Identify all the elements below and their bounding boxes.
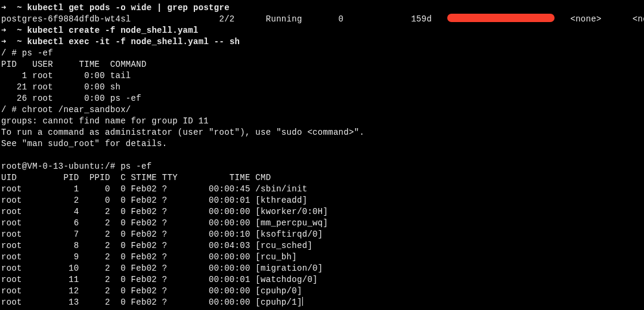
ps-mini-header: PID USER TIME COMMAND <box>1 60 147 69</box>
ps-row: root 7 2 0 Feb02 ? 00:00:10 [ksoftirqd/0… <box>1 230 323 239</box>
terminal-line: See "man sudo_root" for details. <box>1 138 644 150</box>
ps-row: root 11 2 0 Feb02 ? 00:00:01 [watchdog/0… <box>1 275 318 284</box>
terminal-line: root 7 2 0 Feb02 ? 00:00:10 [ksoftirqd/0… <box>1 229 644 240</box>
command: ps -ef <box>22 48 53 58</box>
spacer <box>1 150 7 160</box>
terminal-line: 21 root 0:00 sh <box>1 82 644 93</box>
terminal-output[interactable]: ➜ ~ kubectl get pods -o wide | grep post… <box>1 2 644 308</box>
prompt: ➜ ~ <box>1 3 27 13</box>
terminal-line: root 10 2 0 Feb02 ? 00:00:00 [migration/… <box>1 263 644 274</box>
terminal-line: 1 root 0:00 tail <box>1 70 644 82</box>
pod-row-left: postgres-6f9884dfdb-wt4sl 2/2 Running 0 … <box>1 14 447 24</box>
terminal-line: To run a command as administrator (user … <box>1 127 644 138</box>
shell-prompt: / # <box>1 48 22 58</box>
pod-row-right: <none> <none> <box>555 14 644 24</box>
cursor <box>302 297 303 306</box>
ps-row: root 6 2 0 Feb02 ? 00:00:00 [mm_percpu_w… <box>1 218 328 228</box>
ps-row: root 10 2 0 Feb02 ? 00:00:00 [migration/… <box>1 264 323 273</box>
command: kubectl get pods -o wide | grep postgre <box>27 3 230 13</box>
ps-row: root 12 2 0 Feb02 ? 00:00:00 [cpuhp/0] <box>1 286 302 296</box>
command: chroot /near_sandbox/ <box>22 105 131 114</box>
terminal-line: root@VM-0-13-ubuntu:/# ps -ef <box>1 161 644 172</box>
terminal-line: root 4 2 0 Feb02 ? 00:00:00 [kworker/0:0… <box>1 206 644 218</box>
ps-row: root 4 2 0 Feb02 ? 00:00:00 [kworker/0:0… <box>1 207 328 216</box>
command: kubectl exec -it -f node_shell.yaml -- s… <box>27 37 240 46</box>
terminal-line: ➜ ~ kubectl get pods -o wide | grep post… <box>1 2 644 14</box>
terminal-line: root 6 2 0 Feb02 ? 00:00:00 [mm_percpu_w… <box>1 218 644 229</box>
terminal-line: root 2 0 0 Feb02 ? 00:00:01 [kthreadd] <box>1 195 644 206</box>
terminal-line: root 11 2 0 Feb02 ? 00:00:01 [watchdog/0… <box>1 274 644 286</box>
terminal-line: ➜ ~ kubectl exec -it -f node_shell.yaml … <box>1 36 644 48</box>
terminal-line: PID USER TIME COMMAND <box>1 59 644 70</box>
command: ps -ef <box>120 162 151 171</box>
redaction-block <box>447 14 555 22</box>
terminal-line: root 8 2 0 Feb02 ? 00:04:03 [rcu_sched] <box>1 240 644 252</box>
command: kubectl create -f node_shell.yaml <box>27 26 199 35</box>
prompt: ➜ ~ <box>1 37 27 46</box>
shell-prompt: / # <box>1 105 22 114</box>
warning-line: To run a command as administrator (user … <box>1 128 364 137</box>
terminal-line: groups: cannot find name for group ID 11 <box>1 116 644 127</box>
terminal-line: / # chroot /near_sandbox/ <box>1 104 644 116</box>
terminal-line: UID PID PPID C STIME TTY TIME CMD <box>1 172 644 184</box>
ps-row: root 1 0 0 Feb02 ? 00:00:45 /sbin/init <box>1 184 307 194</box>
ps-mini-row: 1 root 0:00 tail <box>1 71 131 80</box>
terminal-line: root 1 0 0 Feb02 ? 00:00:45 /sbin/init <box>1 184 644 195</box>
terminal-line: root 9 2 0 Feb02 ? 00:00:00 [rcu_bh] <box>1 252 644 263</box>
ps-row: root 8 2 0 Feb02 ? 00:04:03 [rcu_sched] <box>1 241 312 250</box>
prompt: ➜ ~ <box>1 26 27 35</box>
terminal-line: 26 root 0:00 ps -ef <box>1 93 644 104</box>
terminal-line <box>1 150 644 161</box>
ps-row: root 9 2 0 Feb02 ? 00:00:00 [rcu_bh] <box>1 252 297 262</box>
host-prompt: root@VM-0-13-ubuntu:/# <box>1 162 120 171</box>
ps-row: root 13 2 0 Feb02 ? 00:00:00 [cpuhp/1] <box>1 297 302 307</box>
warning-line: See "man sudo_root" for details. <box>1 139 167 148</box>
terminal-line: ➜ ~ kubectl create -f node_shell.yaml <box>1 25 644 36</box>
ps-header: UID PID PPID C STIME TTY TIME CMD <box>1 173 271 182</box>
warning-line: groups: cannot find name for group ID 11 <box>1 116 209 126</box>
terminal-line: / # ps -ef <box>1 48 644 59</box>
ps-mini-row: 21 root 0:00 sh <box>1 82 120 92</box>
terminal-line: root 13 2 0 Feb02 ? 00:00:00 [cpuhp/1] <box>1 297 644 308</box>
ps-mini-row: 26 root 0:00 ps -ef <box>1 94 141 103</box>
terminal-line: root 12 2 0 Feb02 ? 00:00:00 [cpuhp/0] <box>1 286 644 297</box>
terminal-line: postgres-6f9884dfdb-wt4sl 2/2 Running 0 … <box>1 14 644 25</box>
ps-row: root 2 0 0 Feb02 ? 00:00:01 [kthreadd] <box>1 196 307 205</box>
